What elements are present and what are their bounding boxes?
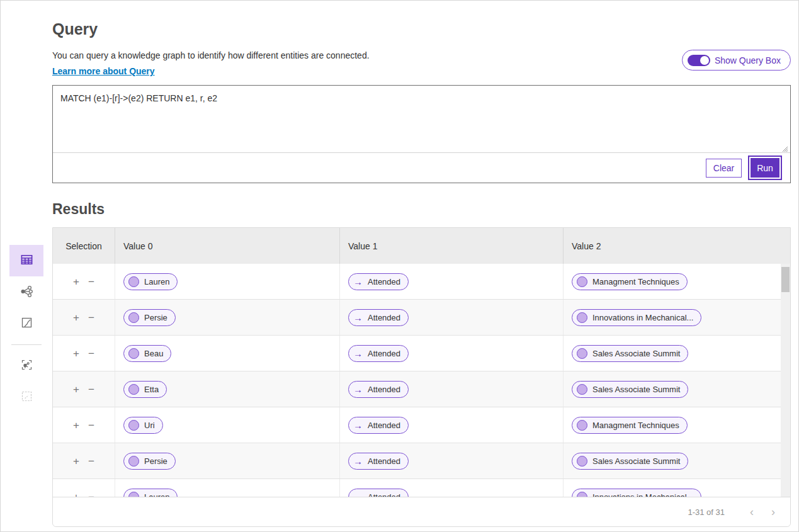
entity-pill[interactable]: Managment Techniques <box>572 273 688 290</box>
remove-from-selection-button[interactable]: − <box>87 383 96 396</box>
remove-from-selection-button[interactable]: − <box>87 311 96 324</box>
link-chart-view-button[interactable] <box>9 276 43 308</box>
query-page: Query You can query a knowledge graph to… <box>0 0 799 532</box>
remove-from-selection-button[interactable]: − <box>87 419 96 432</box>
scrollbar-thumb[interactable] <box>781 267 790 292</box>
table-body: + − Lauren → Attended Managment Techniqu… <box>53 264 790 497</box>
add-to-selection-button[interactable]: + <box>72 383 81 396</box>
remove-from-selection-button[interactable]: − <box>87 490 96 497</box>
remove-from-selection-button[interactable]: − <box>87 455 96 468</box>
entity-label: Beau <box>144 349 163 358</box>
arrow-right-icon: → <box>353 421 363 430</box>
entity-label: Uri <box>144 421 155 430</box>
relationship-pill[interactable]: → Attended <box>348 489 409 497</box>
table-row: + − Uri → Attended Managment Techniques <box>53 407 790 443</box>
selection-cell: + − <box>53 407 115 443</box>
toggle-switch-icon[interactable] <box>688 55 710 66</box>
relationship-label: Attended <box>368 313 400 322</box>
relationship-pill[interactable]: → Attended <box>348 273 409 290</box>
relationship-label: Attended <box>368 492 400 497</box>
relationship-pill[interactable]: → Attended <box>348 453 409 470</box>
entity-pill[interactable]: Uri <box>123 417 163 434</box>
entity-pill[interactable]: Persie <box>123 453 176 470</box>
entity-pill[interactable]: Persie <box>123 309 176 326</box>
entity-pill[interactable]: Sales Associate Summit <box>572 381 688 398</box>
column-header-value2: Value 2 <box>563 228 782 264</box>
entity-node-icon <box>577 312 587 323</box>
relationship-pill[interactable]: → Attended <box>348 381 409 398</box>
entity-node-icon <box>577 420 587 431</box>
entity-pill[interactable]: Beau <box>123 345 171 362</box>
add-to-selection-button[interactable]: + <box>72 311 81 324</box>
page-title: Query <box>52 20 791 38</box>
entity-node-icon <box>577 348 587 359</box>
selection-cell: + − <box>53 300 115 335</box>
relationship-pill[interactable]: → Attended <box>348 417 409 434</box>
selection-cell: + − <box>53 264 115 299</box>
entity-pill[interactable]: Etta <box>123 381 167 398</box>
selection-cell: + − <box>53 443 115 478</box>
entity-node-icon <box>128 312 139 323</box>
add-to-selection-button[interactable]: + <box>72 419 81 432</box>
map-view-button[interactable] <box>9 308 43 339</box>
results-heading: Results <box>52 201 791 218</box>
toggle-knob <box>700 56 709 65</box>
value1-cell: → Attended <box>339 336 563 371</box>
entity-node-icon <box>577 492 587 497</box>
entity-label: Lauren <box>144 492 169 497</box>
entity-pill[interactable]: Sales Associate Summit <box>572 453 688 470</box>
entity-pill[interactable]: Lauren <box>123 273 178 290</box>
entity-pill[interactable]: Innovations in Mechanical... <box>572 309 701 326</box>
value1-cell: → Attended <box>339 479 563 497</box>
page-description: You can query a knowledge graph to ident… <box>52 50 791 60</box>
entity-label: Innovations in Mechanical... <box>592 313 693 322</box>
entity-node-icon <box>128 276 139 287</box>
remove-from-selection-button[interactable]: − <box>87 347 96 360</box>
show-query-box-toggle[interactable]: Show Query Box <box>682 50 791 71</box>
relationship-pill[interactable]: → Attended <box>348 309 409 326</box>
value2-cell: Sales Associate Summit <box>563 443 782 478</box>
entity-node-icon <box>128 348 139 359</box>
table-row: + − Etta → Attended Sales Associate Summ… <box>53 371 790 407</box>
table-view-button[interactable] <box>9 245 43 276</box>
entity-node-icon <box>128 420 139 431</box>
add-to-selection-button[interactable]: + <box>72 347 81 360</box>
entity-pill[interactable]: Innovations in Mechanical... <box>572 489 701 497</box>
entity-label: Innovations in Mechanical... <box>592 492 693 497</box>
table-header-row: Selection Value 0 Value 1 Value 2 <box>53 228 790 264</box>
entity-pill[interactable]: Managment Techniques <box>572 417 688 434</box>
map-view-icon <box>20 316 33 331</box>
entity-pill[interactable]: Lauren <box>123 489 178 497</box>
main-content: Query You can query a knowledge graph to… <box>52 20 791 527</box>
run-button[interactable]: Run <box>751 158 779 178</box>
table-view-icon <box>20 252 34 269</box>
selection-to-link-chart-button[interactable] <box>9 350 43 382</box>
value2-cell: Managment Techniques <box>563 407 782 443</box>
pagination-range-label: 1-31 of 31 <box>688 507 725 517</box>
add-to-selection-button[interactable]: + <box>72 455 81 468</box>
learn-more-link[interactable]: Learn more about Query <box>52 66 155 76</box>
resize-handle-icon[interactable] <box>781 144 788 151</box>
query-input[interactable]: MATCH (e1)-[r]->(e2) RETURN e1, r, e2 <box>53 86 790 152</box>
selection-cell: + − <box>53 336 115 371</box>
column-header-selection: Selection <box>53 228 115 264</box>
clear-button[interactable]: Clear <box>706 159 742 178</box>
table-scrollbar[interactable] <box>781 264 790 497</box>
toggle-label: Show Query Box <box>715 55 781 65</box>
entity-label: Lauren <box>144 277 169 286</box>
value0-cell: Persie <box>115 300 339 335</box>
entity-pill[interactable]: Sales Associate Summit <box>572 345 688 362</box>
entity-node-icon <box>577 456 587 467</box>
table-row: + − Lauren → Attended Managment Techniqu… <box>53 264 790 300</box>
add-to-selection-button[interactable]: + <box>72 490 81 497</box>
add-to-selection-button[interactable]: + <box>72 275 81 288</box>
results-panel: Selection Value 0 Value 1 Value 2 + − La… <box>52 227 791 527</box>
value2-cell: Innovations in Mechanical... <box>563 479 782 497</box>
previous-page-button[interactable]: ‹ <box>744 504 760 520</box>
value2-cell: Sales Associate Summit <box>563 371 782 407</box>
next-page-button[interactable]: › <box>765 504 781 520</box>
arrow-right-icon: → <box>353 277 363 286</box>
selection-to-map-button <box>9 382 43 413</box>
remove-from-selection-button[interactable]: − <box>87 275 96 288</box>
relationship-pill[interactable]: → Attended <box>348 345 409 362</box>
